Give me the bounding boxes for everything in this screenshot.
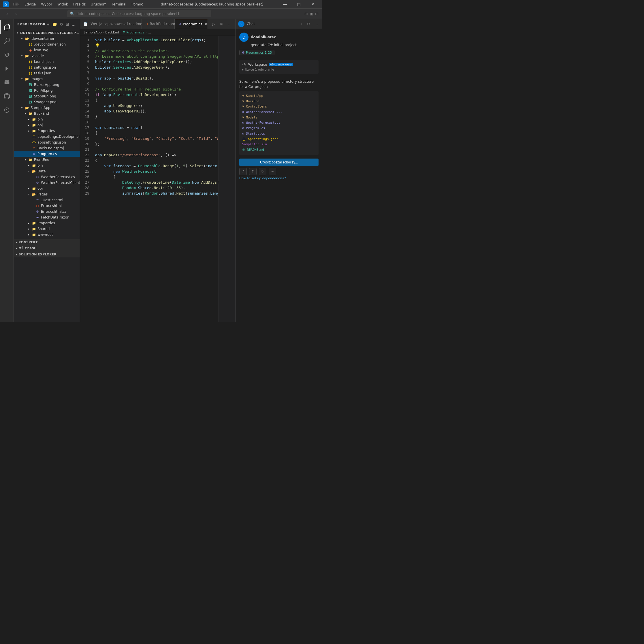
tab-close-button[interactable]: ✕ <box>205 22 207 27</box>
tab-readme[interactable]: 📄 [Wersja zapoznawcza] readme.md <box>80 19 142 29</box>
activity-run[interactable] <box>0 62 14 76</box>
tree-item-tasks-json[interactable]: {} tasks.json <box>14 70 80 76</box>
os-czasu-section[interactable]: ▸ OŚ CZASU <box>14 245 80 251</box>
tree-item-frontend[interactable]: 📂 FrontEnd <box>14 157 80 163</box>
activity-source-control[interactable] <box>0 48 14 62</box>
more-actions[interactable]: … <box>226 20 233 27</box>
tree-item-blazorapp-png[interactable]: 🖼 BlazorApp.png <box>14 82 80 88</box>
tree-item-stoprun-png[interactable]: 🖼 StopRun.png <box>14 93 80 99</box>
konspekt-section[interactable]: ▸ KONSPEKT <box>14 239 80 245</box>
tree-item-program-cs[interactable]: ⚙ Program.cs <box>14 151 80 157</box>
solution-explorer-section[interactable]: ▸ SOLUTION EXPLORER <box>14 251 80 257</box>
close-button[interactable]: ✕ <box>306 0 319 9</box>
tree-item-properties[interactable]: 📁 Properties <box>14 128 80 134</box>
new-folder-icon[interactable]: 📁 <box>52 21 58 27</box>
tree-item-data[interactable]: 📂 Data <box>14 168 80 174</box>
tree-item-backend-csproj[interactable]: ⊙ BackEnd.csproj <box>14 145 80 151</box>
chat-copy-btn[interactable]: ↑ <box>249 168 257 175</box>
panel-toggle[interactable]: ▣ <box>310 12 313 16</box>
tab-csproj[interactable]: ⊙ BackEnd.csproj <box>142 19 175 29</box>
chat-more-btn[interactable]: ⋯ <box>269 168 276 175</box>
minimize-button[interactable]: — <box>279 0 291 9</box>
tree-item-frontend-properties[interactable]: 📁 Properties <box>14 220 80 226</box>
breadcrumb-programcs[interactable]: ⚙ Program.cs <box>123 31 144 34</box>
settings-layout[interactable]: ⊟ <box>315 12 319 16</box>
workspace-badge: użyto /new (reru <box>269 63 293 66</box>
tree-item-error-cshtml-cs[interactable]: ⚙ Error.cshtml.cs <box>14 209 80 214</box>
tree-item-weatherforecast-cs[interactable]: ⚙ WeatherForecast.cs <box>14 174 80 180</box>
breadcrumb-sampleapp[interactable]: SampleApp <box>84 31 102 34</box>
tree-item-label: WeatherForecast.cs <box>41 175 75 179</box>
menu-terminal[interactable]: Terminal <box>109 2 129 7</box>
tree-item-runall-png[interactable]: 🖼 RunAll.png <box>14 88 80 93</box>
refresh-icon[interactable]: ↺ <box>59 21 64 27</box>
tree-item-frontend-bin[interactable]: 📁 bin <box>14 163 80 168</box>
file-ref[interactable]: ⚙ Program.cs:1-23 <box>239 50 274 55</box>
tree-item-pages[interactable]: 📂 Pages <box>14 191 80 197</box>
menu-go[interactable]: Przejdź <box>71 2 88 7</box>
code-editor-content[interactable]: var builder = WebApplication.CreateBuild… <box>92 36 218 322</box>
chat-like-btn[interactable]: ♡ <box>259 168 266 175</box>
tree-item-devcontainer[interactable]: 📂 .devcontainer <box>14 36 80 42</box>
tree-item-images[interactable]: 📂 images <box>14 76 80 82</box>
activity-remote-explorer[interactable] <box>0 103 14 117</box>
tree-item-swagger-png[interactable]: 🖼 Swagger.png <box>14 99 80 105</box>
menu-edit[interactable]: Edycja <box>22 2 38 7</box>
layout-toggle[interactable]: ⊞ <box>304 12 308 16</box>
tree-item-devcontainer-json[interactable]: {} .devcontainer.json <box>14 42 80 47</box>
menu-help[interactable]: Pomoc <box>129 2 145 7</box>
chat-refresh-btn[interactable]: ↺ <box>239 168 247 175</box>
create-workspace-btn[interactable]: Utwórz obszar roboczy... <box>239 159 319 166</box>
code-icon: ‹/› <box>242 62 246 67</box>
tree-item-label: BackEnd <box>34 112 49 116</box>
tree-item-weatherforecastclient-cs[interactable]: ⚙ WeatherForecastClient.cs <box>14 180 80 186</box>
nav-forward[interactable]: › <box>13 10 20 17</box>
activity-github[interactable] <box>0 89 14 103</box>
breadcrumb-backend[interactable]: BackEnd <box>105 31 119 34</box>
menu-selection[interactable]: Wybór <box>39 2 54 7</box>
workspace-callout[interactable]: ▸ Użyte 1 odwołanie <box>242 68 316 71</box>
tree-item-error-cshtml[interactable]: ≺≻ Error.cshtml <box>14 203 80 209</box>
maximize-button[interactable]: □ <box>293 0 305 9</box>
nav-back[interactable]: ‹ <box>3 10 10 17</box>
split-editor[interactable]: ⊞ <box>218 20 225 27</box>
tree-item-appsettings[interactable]: {} appsettings.json <box>14 140 80 145</box>
command-palette[interactable]: 🔍 dotnet-codespaces [Codespaces: laughin… <box>67 10 211 17</box>
how-to-setup-link[interactable]: How to set up dependencies? <box>239 176 319 180</box>
collapse-icon[interactable]: ⊟ <box>65 21 70 27</box>
tree-item-wwwroot[interactable]: 📁 wwwroot <box>14 232 80 238</box>
tree-item-settings-json[interactable]: {} settings.json <box>14 65 80 70</box>
breadcrumb: SampleApp › BackEnd › ⚙ Program.cs › … <box>80 29 236 36</box>
activity-search[interactable] <box>0 34 14 48</box>
png-file-icon: 🖼 <box>28 94 33 99</box>
tree-item-backend[interactable]: 📂 BackEnd <box>14 111 80 116</box>
tree-item-bin[interactable]: 📁 bin <box>14 116 80 122</box>
menu-file[interactable]: Plik <box>11 2 22 7</box>
tree-item-launch-json[interactable]: {} launch.json <box>14 59 80 65</box>
tree-item-icon-svg[interactable]: ◈ icon.svg <box>14 47 80 53</box>
folder-icon: 📂 <box>32 169 36 174</box>
menu-view[interactable]: Widok <box>55 2 70 7</box>
tree-root[interactable]: DOTNET-CODESPACES [CODESPACES: ... <box>14 30 80 36</box>
tree-item-frontend-obj[interactable]: 📁 obj <box>14 186 80 191</box>
tree-item-label: obj <box>37 123 43 127</box>
run-button[interactable]: ▷ <box>210 20 217 27</box>
tree-item-sampleapp[interactable]: 📂 SampleApp <box>14 105 80 111</box>
menu-run[interactable]: Uruchom <box>88 2 109 7</box>
more-icon[interactable]: … <box>71 21 76 27</box>
new-file-icon[interactable]: + <box>46 21 51 27</box>
new-chat-btn[interactable]: + <box>298 20 305 27</box>
tree-item-shared[interactable]: 📁 Shared <box>14 226 80 232</box>
tree-item-label: .devcontainer.json <box>34 42 66 46</box>
tree-item-fetchdata-razor[interactable]: ≡ FetchData.razor <box>14 214 80 220</box>
tree-item-vscode[interactable]: 📂 .vscode <box>14 53 80 59</box>
tree-item-obj[interactable]: 📁 obj <box>14 122 80 128</box>
chat-history-btn[interactable]: ⟳ <box>305 20 312 27</box>
activity-extensions[interactable] <box>0 76 14 89</box>
tree-item-appsettings-dev[interactable]: {} appsettings.Development.json <box>14 134 80 140</box>
tab-program-cs[interactable]: ⚙ Program.cs ✕ <box>175 19 208 29</box>
activity-explorer[interactable] <box>0 20 14 34</box>
chat-more-btn[interactable]: … <box>313 20 320 27</box>
tree-item-host-cshtml[interactable]: ≡ _Host.cshtml <box>14 197 80 203</box>
breadcrumb-more[interactable]: … <box>148 31 151 34</box>
